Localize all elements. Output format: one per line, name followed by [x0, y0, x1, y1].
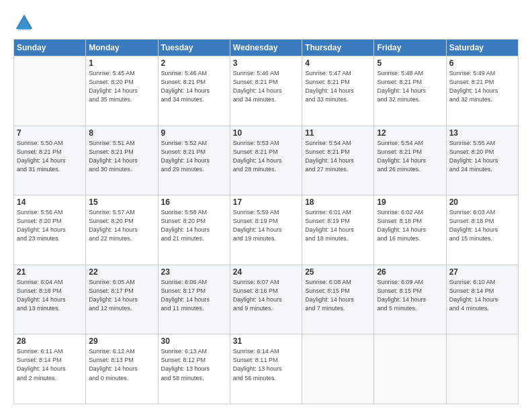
- calendar-cell: 5Sunrise: 5:48 AM Sunset: 8:21 PM Daylig…: [374, 56, 446, 126]
- day-number: 18: [305, 197, 371, 207]
- day-info: Sunrise: 6:06 AM Sunset: 8:17 PM Dayligh…: [161, 278, 227, 313]
- calendar-cell: 11Sunrise: 5:54 AM Sunset: 8:21 PM Dayli…: [302, 126, 374, 195]
- day-info: Sunrise: 5:57 AM Sunset: 8:20 PM Dayligh…: [89, 208, 154, 243]
- page: SundayMondayTuesdayWednesdayThursdayFrid…: [0, 0, 532, 411]
- day-number: 14: [17, 197, 83, 207]
- calendar-cell: 6Sunrise: 5:49 AM Sunset: 8:21 PM Daylig…: [446, 56, 518, 126]
- day-number: 27: [449, 267, 515, 277]
- weekday-header-tuesday: Tuesday: [158, 40, 230, 56]
- day-number: 30: [161, 336, 227, 346]
- calendar-cell: 3Sunrise: 5:46 AM Sunset: 8:21 PM Daylig…: [230, 56, 302, 126]
- calendar-cell: 23Sunrise: 6:06 AM Sunset: 8:17 PM Dayli…: [158, 265, 230, 334]
- day-number: 21: [17, 267, 83, 277]
- calendar-week-row-1: 1Sunrise: 5:45 AM Sunset: 8:20 PM Daylig…: [14, 56, 519, 126]
- calendar-cell: 14Sunrise: 5:56 AM Sunset: 8:20 PM Dayli…: [14, 195, 86, 265]
- calendar-cell: 12Sunrise: 5:54 AM Sunset: 8:21 PM Dayli…: [374, 126, 446, 195]
- day-info: Sunrise: 5:59 AM Sunset: 8:19 PM Dayligh…: [233, 208, 299, 243]
- calendar-week-row-4: 21Sunrise: 6:04 AM Sunset: 8:18 PM Dayli…: [14, 265, 519, 334]
- day-number: 31: [233, 336, 299, 346]
- weekday-header-thursday: Thursday: [302, 40, 374, 56]
- calendar-cell: 19Sunrise: 6:02 AM Sunset: 8:18 PM Dayli…: [374, 195, 446, 265]
- logo: [13, 12, 38, 34]
- day-number: 15: [89, 197, 154, 207]
- day-number: 6: [449, 58, 515, 68]
- day-info: Sunrise: 6:08 AM Sunset: 8:15 PM Dayligh…: [305, 278, 371, 313]
- day-number: 19: [377, 197, 443, 207]
- day-info: Sunrise: 5:45 AM Sunset: 8:20 PM Dayligh…: [89, 69, 154, 104]
- day-info: Sunrise: 5:47 AM Sunset: 8:21 PM Dayligh…: [305, 69, 371, 104]
- day-number: 17: [233, 197, 299, 207]
- day-info: Sunrise: 6:12 AM Sunset: 8:13 PM Dayligh…: [89, 347, 154, 382]
- day-info: Sunrise: 6:02 AM Sunset: 8:18 PM Dayligh…: [377, 208, 443, 243]
- day-info: Sunrise: 5:54 AM Sunset: 8:21 PM Dayligh…: [305, 139, 371, 174]
- calendar-cell: [446, 334, 518, 404]
- day-info: Sunrise: 6:10 AM Sunset: 8:14 PM Dayligh…: [449, 278, 515, 313]
- calendar-cell: 10Sunrise: 5:53 AM Sunset: 8:21 PM Dayli…: [230, 126, 302, 195]
- calendar-cell: [302, 334, 374, 404]
- day-number: 25: [305, 267, 371, 277]
- day-info: Sunrise: 6:05 AM Sunset: 8:17 PM Dayligh…: [89, 278, 154, 313]
- calendar-cell: 29Sunrise: 6:12 AM Sunset: 8:13 PM Dayli…: [86, 334, 158, 404]
- weekday-header-wednesday: Wednesday: [230, 40, 302, 56]
- calendar-cell: [14, 56, 86, 126]
- calendar-cell: 24Sunrise: 6:07 AM Sunset: 8:16 PM Dayli…: [230, 265, 302, 334]
- day-info: Sunrise: 5:54 AM Sunset: 8:21 PM Dayligh…: [377, 139, 443, 174]
- day-number: 1: [89, 58, 154, 68]
- day-number: 8: [89, 128, 154, 138]
- calendar-cell: 16Sunrise: 5:58 AM Sunset: 8:20 PM Dayli…: [158, 195, 230, 265]
- day-number: 22: [89, 267, 154, 277]
- logo-icon: [13, 12, 35, 34]
- calendar-week-row-5: 28Sunrise: 6:11 AM Sunset: 8:14 PM Dayli…: [14, 334, 519, 404]
- calendar-cell: 28Sunrise: 6:11 AM Sunset: 8:14 PM Dayli…: [14, 334, 86, 404]
- calendar-cell: 21Sunrise: 6:04 AM Sunset: 8:18 PM Dayli…: [14, 265, 86, 334]
- weekday-header-sunday: Sunday: [14, 40, 86, 56]
- calendar-cell: [374, 334, 446, 404]
- day-info: Sunrise: 5:56 AM Sunset: 8:20 PM Dayligh…: [17, 208, 83, 243]
- day-number: 23: [161, 267, 227, 277]
- day-number: 7: [17, 128, 83, 138]
- calendar-cell: 9Sunrise: 5:52 AM Sunset: 8:21 PM Daylig…: [158, 126, 230, 195]
- day-info: Sunrise: 5:51 AM Sunset: 8:21 PM Dayligh…: [89, 139, 154, 174]
- calendar-cell: 18Sunrise: 6:01 AM Sunset: 8:19 PM Dayli…: [302, 195, 374, 265]
- day-info: Sunrise: 6:07 AM Sunset: 8:16 PM Dayligh…: [233, 278, 299, 313]
- day-number: 13: [449, 128, 515, 138]
- day-info: Sunrise: 5:53 AM Sunset: 8:21 PM Dayligh…: [233, 139, 299, 174]
- calendar-cell: 15Sunrise: 5:57 AM Sunset: 8:20 PM Dayli…: [86, 195, 158, 265]
- day-info: Sunrise: 5:46 AM Sunset: 8:21 PM Dayligh…: [161, 69, 227, 104]
- calendar-cell: 1Sunrise: 5:45 AM Sunset: 8:20 PM Daylig…: [86, 56, 158, 126]
- day-info: Sunrise: 6:11 AM Sunset: 8:14 PM Dayligh…: [17, 347, 83, 382]
- calendar-cell: 2Sunrise: 5:46 AM Sunset: 8:21 PM Daylig…: [158, 56, 230, 126]
- day-number: 5: [377, 58, 443, 68]
- day-number: 11: [305, 128, 371, 138]
- header: [13, 12, 519, 34]
- calendar-cell: 4Sunrise: 5:47 AM Sunset: 8:21 PM Daylig…: [302, 56, 374, 126]
- day-number: 16: [161, 197, 227, 207]
- calendar-cell: 17Sunrise: 5:59 AM Sunset: 8:19 PM Dayli…: [230, 195, 302, 265]
- calendar-cell: 7Sunrise: 5:50 AM Sunset: 8:21 PM Daylig…: [14, 126, 86, 195]
- day-number: 2: [161, 58, 227, 68]
- day-info: Sunrise: 6:01 AM Sunset: 8:19 PM Dayligh…: [305, 208, 371, 243]
- day-info: Sunrise: 5:55 AM Sunset: 8:20 PM Dayligh…: [449, 139, 515, 174]
- calendar-cell: 20Sunrise: 6:03 AM Sunset: 8:18 PM Dayli…: [446, 195, 518, 265]
- day-info: Sunrise: 5:46 AM Sunset: 8:21 PM Dayligh…: [233, 69, 299, 104]
- weekday-header-saturday: Saturday: [446, 40, 518, 56]
- day-info: Sunrise: 5:48 AM Sunset: 8:21 PM Dayligh…: [377, 69, 443, 104]
- day-number: 24: [233, 267, 299, 277]
- calendar-cell: 27Sunrise: 6:10 AM Sunset: 8:14 PM Dayli…: [446, 265, 518, 334]
- day-number: 28: [17, 336, 83, 346]
- calendar-cell: 25Sunrise: 6:08 AM Sunset: 8:15 PM Dayli…: [302, 265, 374, 334]
- weekday-header-row: SundayMondayTuesdayWednesdayThursdayFrid…: [14, 40, 519, 56]
- day-info: Sunrise: 6:03 AM Sunset: 8:18 PM Dayligh…: [449, 208, 515, 243]
- weekday-header-monday: Monday: [86, 40, 158, 56]
- day-number: 29: [89, 336, 154, 346]
- day-info: Sunrise: 5:50 AM Sunset: 8:21 PM Dayligh…: [17, 139, 83, 174]
- calendar-week-row-2: 7Sunrise: 5:50 AM Sunset: 8:21 PM Daylig…: [14, 126, 519, 195]
- calendar-cell: 22Sunrise: 6:05 AM Sunset: 8:17 PM Dayli…: [86, 265, 158, 334]
- day-info: Sunrise: 6:09 AM Sunset: 8:15 PM Dayligh…: [377, 278, 443, 313]
- calendar-week-row-3: 14Sunrise: 5:56 AM Sunset: 8:20 PM Dayli…: [14, 195, 519, 265]
- day-info: Sunrise: 5:52 AM Sunset: 8:21 PM Dayligh…: [161, 139, 227, 174]
- day-info: Sunrise: 6:04 AM Sunset: 8:18 PM Dayligh…: [17, 278, 83, 313]
- day-info: Sunrise: 6:14 AM Sunset: 8:11 PM Dayligh…: [233, 347, 299, 382]
- day-info: Sunrise: 6:13 AM Sunset: 8:12 PM Dayligh…: [161, 347, 227, 382]
- day-number: 12: [377, 128, 443, 138]
